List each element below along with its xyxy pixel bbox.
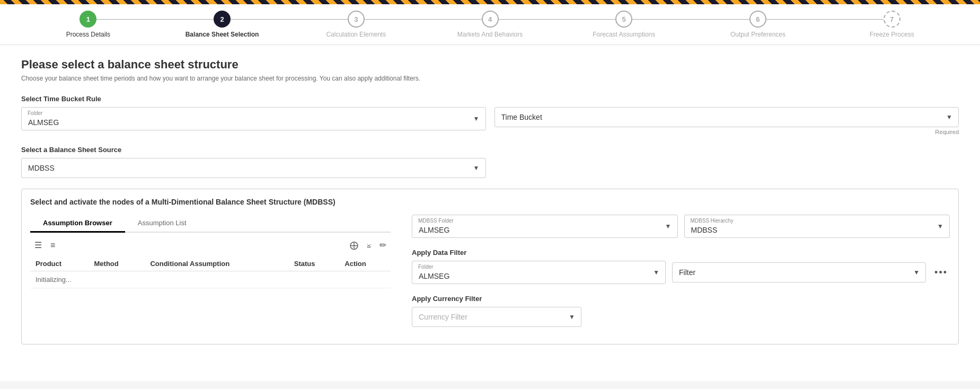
step-7-label: Freeze Process — [870, 31, 914, 38]
assumption-table: Product Method Conditional Assumption St… — [30, 257, 391, 288]
mdbss-title: Select and activate the nodes of a Multi… — [30, 198, 950, 206]
step-3-label: Calculation Elements — [326, 31, 386, 38]
time-bucket-row: Folder ALMSEG ▼ Time Bucket ▼ Required — [21, 107, 959, 135]
tab-assumption-list[interactable]: Assumption List — [125, 215, 199, 233]
data-filter-more-button[interactable]: ••• — [932, 263, 950, 282]
currency-filter-select[interactable]: Currency Filter — [412, 307, 581, 327]
right-panel: MDBSS Folder ALMSEG ▼ MDBSS Hierarchy MD… — [399, 215, 950, 335]
stepper: 1 Process Details 2 Balance Sheet Select… — [0, 4, 980, 45]
remove-row-button[interactable]: ⨲ — [365, 240, 373, 251]
step-5-circle: 5 — [615, 11, 632, 28]
step-5-label: Forecast Assumptions — [593, 31, 655, 38]
time-bucket-dropdown-wrapper: Time Bucket ▼ — [495, 107, 959, 127]
data-filter-folder-wrapper: Folder ALMSEG ▼ — [412, 261, 666, 284]
required-text: Required — [495, 129, 959, 135]
data-filter-select[interactable]: Filter — [672, 262, 926, 282]
step-4-label: Markets And Behaviors — [457, 31, 523, 38]
apply-data-filter-label: Apply Data Filter — [412, 249, 950, 257]
balance-sheet-select[interactable]: MDBSS — [21, 158, 486, 178]
data-filter-wrapper: Filter ▼ — [672, 262, 926, 282]
step-6-circle: 6 — [749, 11, 766, 28]
left-panel: Assumption Browser Assumption List ☰ ≡ ⨁… — [30, 215, 391, 288]
tab-assumption-browser[interactable]: Assumption Browser — [30, 215, 125, 233]
step-2-circle: 2 — [214, 11, 231, 28]
step-3[interactable]: 3 Calculation Elements — [289, 11, 423, 38]
col-action: Action — [339, 257, 391, 271]
step-7[interactable]: 7 Freeze Process — [825, 11, 959, 38]
step-7-circle: 7 — [884, 11, 900, 28]
data-filter-folder-select[interactable]: ALMSEG — [412, 261, 666, 284]
step-2[interactable]: 2 Balance Sheet Selection — [155, 11, 289, 38]
folder-select[interactable]: ALMSEG — [21, 107, 486, 130]
page-title: Please select a balance sheet structure — [21, 58, 959, 72]
col-method: Method — [89, 257, 145, 271]
main-content: Please select a balance sheet structure … — [0, 45, 980, 381]
mdbss-hierarchy-wrapper: MDBSS Hierarchy MDBSS ▼ — [684, 215, 950, 238]
balance-sheet-col: MDBSS ▼ — [21, 158, 486, 178]
mdbss-folder-col: MDBSS Folder ALMSEG ▼ — [412, 215, 678, 238]
step-1-label: Process Details — [66, 31, 110, 38]
table-row-initializing: Initializing... — [30, 271, 391, 288]
step-2-label: Balance Sheet Selection — [186, 31, 259, 38]
table-toolbar: ☰ ≡ ⨁ ⨲ ✏ — [30, 239, 391, 251]
col-product: Product — [30, 257, 89, 271]
time-bucket-col: Time Bucket ▼ Required — [495, 107, 959, 135]
apply-currency-filter-label: Apply Currency Filter — [412, 295, 950, 303]
tabs-container: Assumption Browser Assumption List — [30, 215, 391, 233]
mdbss-layout: Assumption Browser Assumption List ☰ ≡ ⨁… — [30, 215, 950, 335]
data-filter-col: Filter ▼ — [672, 262, 926, 282]
step-1-circle: 1 — [80, 11, 96, 28]
top-banner — [0, 0, 980, 4]
toolbar-left: ☰ ≡ — [32, 239, 57, 251]
folder-dropdown-wrapper: Folder ALMSEG ▼ — [21, 107, 486, 130]
list-view-icon[interactable]: ☰ — [32, 239, 44, 251]
step-6-label: Output Preferences — [730, 31, 785, 38]
mdbss-folder-wrapper: MDBSS Folder ALMSEG ▼ — [412, 215, 678, 238]
mdbss-folder-select[interactable]: ALMSEG — [412, 215, 678, 238]
apply-currency-filter-section: Apply Currency Filter Currency Filter ▼ — [412, 295, 950, 327]
time-bucket-rule-label: Select Time Bucket Rule — [21, 95, 959, 103]
data-filter-row: Folder ALMSEG ▼ Filter — [412, 261, 950, 284]
step-4[interactable]: 4 Markets And Behaviors — [423, 11, 557, 38]
add-row-button[interactable]: ⨁ — [348, 239, 360, 251]
page-subtitle: Choose your balance sheet time periods a… — [21, 75, 959, 82]
toolbar-right: ⨁ ⨲ ✏ — [348, 239, 389, 251]
mdbss-folder-row: MDBSS Folder ALMSEG ▼ MDBSS Hierarchy MD… — [412, 215, 950, 238]
balance-sheet-dropdown-wrapper: MDBSS ▼ — [21, 158, 486, 178]
balance-sheet-label: Select a Balance Sheet Source — [21, 146, 959, 154]
step-3-circle: 3 — [348, 11, 365, 28]
col-status: Status — [289, 257, 340, 271]
col-conditional-assumption: Conditional Assumption — [145, 257, 288, 271]
currency-filter-col: Currency Filter ▼ — [412, 307, 581, 327]
step-4-circle: 4 — [482, 11, 499, 28]
step-6[interactable]: 6 Output Preferences — [691, 11, 825, 38]
time-bucket-select[interactable]: Time Bucket — [495, 107, 959, 127]
apply-data-filter-section: Apply Data Filter Folder ALMSEG ▼ — [412, 249, 950, 284]
mdbss-box: Select and activate the nodes of a Multi… — [21, 189, 959, 344]
mdbss-hierarchy-col: MDBSS Hierarchy MDBSS ▼ — [684, 215, 950, 238]
step-1[interactable]: 1 Process Details — [21, 11, 155, 38]
currency-filter-wrapper: Currency Filter ▼ — [412, 307, 581, 327]
folder-col: Folder ALMSEG ▼ — [21, 107, 486, 130]
currency-filter-row: Currency Filter ▼ — [412, 307, 950, 327]
mdbss-hierarchy-select[interactable]: MDBSS — [684, 215, 950, 238]
grouped-list-icon[interactable]: ≡ — [48, 239, 57, 251]
data-filter-folder-col: Folder ALMSEG ▼ — [412, 261, 666, 284]
edit-row-button[interactable]: ✏ — [377, 239, 389, 251]
step-5[interactable]: 5 Forecast Assumptions — [557, 11, 691, 38]
balance-sheet-row: MDBSS ▼ — [21, 158, 959, 178]
initializing-text: Initializing... — [30, 271, 391, 288]
